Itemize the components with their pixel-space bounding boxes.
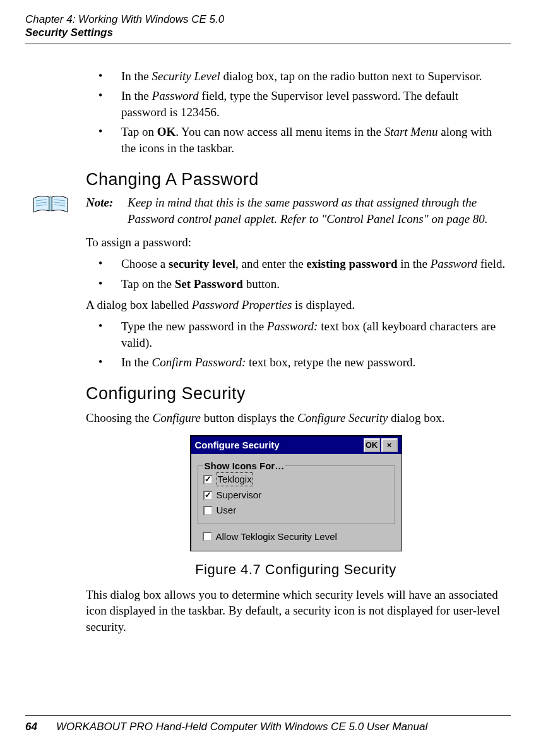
checkbox-icon[interactable] bbox=[203, 475, 213, 484]
ok-button[interactable]: OK bbox=[364, 438, 380, 452]
text: Set Password bbox=[175, 277, 243, 291]
text: button. bbox=[243, 277, 280, 291]
groupbox-title: Show Icons For… bbox=[203, 460, 286, 472]
checkbox-label: User bbox=[217, 504, 237, 517]
chapter-section-line: Security Settings bbox=[25, 26, 511, 39]
text: In the bbox=[121, 356, 152, 369]
text: Type the new password in the bbox=[121, 320, 267, 333]
password-properties-list: Type the new password in the Password: t… bbox=[86, 318, 506, 371]
text: Configure bbox=[153, 411, 201, 424]
dialog-title-text: Configure Security bbox=[195, 439, 280, 452]
text: dialog box, tap on the radio button next… bbox=[220, 69, 482, 83]
text: Password Properties bbox=[192, 298, 292, 311]
show-icons-groupbox: Show Icons For… Teklogix Supervisor User bbox=[198, 465, 395, 524]
checkbox-icon[interactable] bbox=[203, 532, 212, 541]
text: text box, retype the new password. bbox=[246, 356, 415, 369]
text: A dialog box labelled bbox=[86, 298, 192, 311]
page-content: In the Security Level dialog box, tap on… bbox=[86, 68, 506, 635]
text: . You can now access all menu items in t… bbox=[176, 125, 384, 138]
text: security level bbox=[169, 257, 235, 270]
chapter-title-line: Chapter 4: Working With Windows CE 5.0 bbox=[25, 13, 511, 26]
text: Start Menu bbox=[384, 125, 438, 138]
dialog-body: Show Icons For… Teklogix Supervisor User bbox=[191, 454, 402, 551]
checkbox-label: Teklogix bbox=[217, 472, 253, 486]
checkbox-label: Supervisor bbox=[217, 489, 262, 501]
dialog-title-buttons: OK × bbox=[364, 438, 398, 452]
checkbox-row-user[interactable]: User bbox=[203, 503, 390, 518]
note-block: Note: Keep in mind that this is the same… bbox=[86, 195, 506, 227]
dialog-title-bar: Configure Security OK × bbox=[191, 436, 402, 454]
list-item: Type the new password in the Password: t… bbox=[86, 318, 506, 351]
book-icon bbox=[32, 193, 69, 215]
text: existing password bbox=[306, 257, 397, 270]
text: Choosing the bbox=[86, 411, 153, 424]
body-paragraph: A dialog box labelled Password Propertie… bbox=[86, 297, 506, 313]
note-text: Keep in mind that this is the same passw… bbox=[128, 195, 506, 227]
text: Password: bbox=[267, 320, 318, 333]
close-button[interactable]: × bbox=[381, 438, 398, 452]
intro-bullet-list: In the Security Level dialog box, tap on… bbox=[86, 68, 506, 157]
text: field. bbox=[477, 257, 505, 270]
checkbox-label: Allow Teklogix Security Level bbox=[216, 531, 337, 543]
text: Password bbox=[152, 89, 199, 102]
text: Confirm Password: bbox=[152, 356, 246, 369]
list-item: In the Password field, type the Supervis… bbox=[86, 88, 506, 120]
assign-password-list: Choose a security level, and enter the e… bbox=[86, 256, 506, 292]
checkbox-icon[interactable] bbox=[203, 506, 213, 515]
figure-caption: Figure 4.7 Configuring Security bbox=[86, 560, 506, 579]
text: in the bbox=[397, 257, 430, 270]
text: Tap on the bbox=[121, 277, 175, 291]
text: Tap on bbox=[121, 125, 157, 138]
text: Choose a bbox=[121, 257, 169, 270]
text: is displayed. bbox=[292, 298, 355, 311]
text: Security Level bbox=[152, 69, 220, 83]
text: OK bbox=[157, 125, 176, 138]
body-paragraph: Choosing the Configure button displays t… bbox=[86, 410, 506, 426]
figure-wrap: Configure Security OK × Show Icons For… … bbox=[86, 435, 506, 579]
note-label: Note: bbox=[86, 195, 128, 227]
list-item: In the Confirm Password: text box, retyp… bbox=[86, 354, 506, 371]
checkbox-row-allow-teklogix[interactable]: Allow Teklogix Security Level bbox=[203, 531, 395, 543]
page-footer: 64 WORKABOUT PRO Hand-Held Computer With… bbox=[25, 715, 511, 733]
page-number: 64 bbox=[25, 721, 37, 733]
list-item: In the Security Level dialog box, tap on… bbox=[86, 68, 506, 85]
configure-security-dialog: Configure Security OK × Show Icons For… … bbox=[190, 435, 402, 551]
chapter-header: Chapter 4: Working With Windows CE 5.0 S… bbox=[25, 13, 511, 40]
text: In the bbox=[121, 89, 152, 102]
footer-divider bbox=[25, 715, 511, 716]
footer-title: WORKABOUT PRO Hand-Held Computer With Wi… bbox=[56, 721, 427, 733]
text: button displays the bbox=[201, 411, 297, 424]
checkbox-icon[interactable] bbox=[203, 491, 213, 500]
section-heading-configuring-security: Configuring Security bbox=[86, 382, 506, 405]
checkbox-row-teklogix[interactable]: Teklogix bbox=[203, 471, 390, 488]
list-item: Tap on OK. You can now access all menu i… bbox=[86, 124, 506, 156]
text: Configure Security bbox=[297, 411, 388, 424]
text: , and enter the bbox=[235, 257, 306, 270]
text: dialog box. bbox=[388, 411, 444, 424]
body-paragraph: This dialog box allows you to determine … bbox=[86, 587, 506, 635]
body-paragraph: To assign a password: bbox=[86, 234, 506, 251]
section-heading-changing-password: Changing A Password bbox=[86, 168, 506, 191]
checkbox-row-supervisor[interactable]: Supervisor bbox=[203, 488, 390, 503]
header-divider bbox=[25, 44, 511, 44]
list-item: Choose a security level, and enter the e… bbox=[86, 256, 506, 272]
text: Password bbox=[431, 257, 477, 270]
text: In the bbox=[121, 69, 152, 83]
list-item: Tap on the Set Password button. bbox=[86, 276, 506, 292]
